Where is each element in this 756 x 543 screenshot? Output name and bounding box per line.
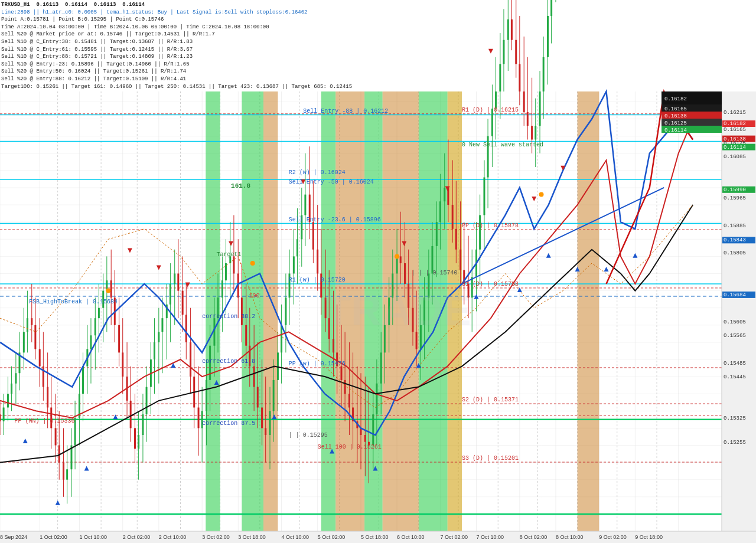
header-line-8: Sell %10 @ C_Entry:88: 0.15721 || Target…	[1, 53, 352, 61]
header-line-5: Sell %20 @ Market price or at: 0.15746 |…	[1, 31, 352, 38]
chart-container: TRXUSD_H1 0.16113 0.16114 0.16113 0.1611…	[0, 0, 756, 543]
header-line-2: Line:2898 || h1_atr_c0: 0.0005 | tema_h1…	[1, 9, 352, 17]
header-line-10: Sell %20 @ Entry:50: 0.16024 || Target:0…	[1, 68, 352, 76]
header-line-12: Target100: 0.15261 || Target 161: 0.1496…	[1, 83, 352, 91]
chart-symbol-prices: TRXUSD_H1 0.16113 0.16114 0.16113 0.1611…	[1, 1, 352, 9]
header-line-7: Sell %10 @ C_Entry:61: 0.15595 || Target…	[1, 46, 352, 54]
header-line-3: Point A:0.15781 | Point B:0.15295 | Poin…	[1, 16, 352, 24]
header-line-11: Sell %20 @ Entry:88: 0.16212 || Target:0…	[1, 76, 352, 83]
header-line-9: Sell %10 @ Entry:-23: 0.15896 || Target:…	[1, 61, 352, 68]
header-line-6: Sell %10 @ C_Entry:38: 0.15481 || Target…	[1, 38, 352, 46]
header-line-4: Time A:2024.10.04 03:00:00 | Time B:2024…	[1, 24, 352, 31]
chart-header: TRXUSD_H1 0.16113 0.16114 0.16113 0.1611…	[1, 1, 352, 90]
